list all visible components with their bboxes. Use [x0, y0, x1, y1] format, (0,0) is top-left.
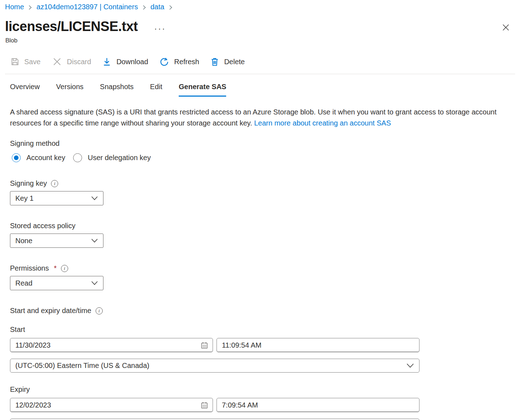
close-icon[interactable]	[501, 23, 510, 32]
tab-generate-sas[interactable]: Generate SAS	[179, 83, 226, 97]
start-datetime-row	[10, 338, 519, 352]
tab-snapshots[interactable]: Snapshots	[100, 83, 134, 97]
discard-label: Discard	[67, 58, 91, 66]
radio-selected-icon	[12, 153, 21, 162]
start-date-input[interactable]	[15, 341, 200, 349]
calendar-icon[interactable]	[200, 341, 208, 349]
tab-edit[interactable]: Edit	[150, 83, 162, 97]
discard-icon	[52, 57, 62, 67]
delete-label: Delete	[224, 58, 245, 66]
expiry-time-input[interactable]	[222, 401, 415, 409]
chevron-right-icon	[142, 5, 146, 10]
start-expiry-label: Start and expiry date/time	[10, 307, 91, 315]
toolbar-divider	[5, 74, 515, 74]
chevron-down-icon	[91, 238, 98, 243]
required-asterisk: *	[54, 264, 57, 272]
start-timezone-select[interactable]: (UTC-05:00) Eastern Time (US & Canada)	[10, 359, 419, 373]
calendar-icon[interactable]	[200, 401, 208, 409]
chevron-down-icon	[406, 363, 414, 368]
refresh-label: Refresh	[174, 58, 199, 66]
signing-method-group: Account key User delegation key	[12, 153, 519, 162]
radio-account-key[interactable]: Account key	[12, 153, 65, 162]
refresh-button[interactable]: Refresh	[159, 57, 199, 67]
permissions-label-row: Permissions* i	[10, 264, 519, 272]
start-label: Start	[10, 326, 519, 334]
stored-access-policy-value: None	[15, 237, 32, 245]
delete-button[interactable]: Delete	[210, 57, 245, 67]
radio-user-delegation-key[interactable]: User delegation key	[73, 153, 151, 162]
sas-description-text: A shared access signature (SAS) is a URI…	[10, 108, 497, 127]
signing-method-label: Signing method	[10, 139, 519, 148]
save-button[interactable]: Save	[11, 57, 41, 66]
info-icon[interactable]: i	[51, 180, 58, 187]
tab-versions[interactable]: Versions	[56, 83, 83, 97]
breadcrumb: Home az104demo123897 | Containers data	[0, 0, 519, 11]
command-bar: Save Discard Download Refresh Delete	[11, 55, 519, 68]
stored-access-policy-select[interactable]: None	[10, 234, 103, 248]
permissions-label: Permissions	[10, 264, 49, 272]
info-icon[interactable]: i	[96, 307, 103, 314]
signing-key-label-row: Signing key i	[10, 179, 519, 188]
trash-icon	[210, 57, 219, 67]
breadcrumb-home[interactable]: Home	[5, 3, 24, 11]
breadcrumb-container[interactable]: az104demo123897 | Containers	[36, 3, 138, 11]
info-icon[interactable]: i	[61, 265, 68, 272]
save-icon	[11, 57, 19, 66]
sas-description: A shared access signature (SAS) is a URI…	[10, 107, 502, 129]
expiry-date-input[interactable]	[15, 401, 200, 409]
download-icon	[102, 57, 111, 67]
start-date-field	[10, 338, 213, 352]
start-expiry-label-row: Start and expiry date/time i	[10, 307, 519, 315]
chevron-down-icon	[91, 281, 98, 286]
start-timezone-value: (UTC-05:00) Eastern Time (US & Canada)	[15, 362, 149, 370]
radio-account-key-label: Account key	[26, 154, 65, 162]
signing-key-label: Signing key	[10, 179, 47, 188]
save-label: Save	[24, 58, 41, 66]
start-time-input[interactable]	[222, 341, 415, 349]
signing-key-value: Key 1	[15, 194, 34, 203]
refresh-icon	[159, 57, 169, 67]
blob-type-label: Blob	[5, 37, 519, 44]
expiry-datetime-row	[10, 398, 519, 412]
expiry-date-field	[10, 398, 213, 412]
breadcrumb-data[interactable]: data	[151, 3, 164, 11]
tab-overview[interactable]: Overview	[10, 83, 40, 97]
tab-bar: Overview Versions Snapshots Edit Generat…	[10, 83, 519, 97]
stored-access-policy-label: Stored access policy	[10, 222, 519, 230]
expiry-timezone-select[interactable]: (UTC-05:00) Eastern Time (US & Canada)	[10, 419, 419, 420]
expiry-time-field	[217, 398, 419, 412]
header: licenses/LICENSE.txt ···	[5, 19, 519, 34]
start-time-field	[217, 338, 419, 352]
more-options-button[interactable]: ···	[154, 27, 166, 30]
expiry-label: Expiry	[10, 385, 519, 394]
chevron-right-icon	[28, 5, 32, 10]
chevron-right-icon	[169, 5, 173, 10]
learn-more-link[interactable]: Learn more about creating an account SAS	[254, 119, 391, 127]
page-title: licenses/LICENSE.txt	[5, 19, 138, 34]
download-label: Download	[116, 58, 148, 66]
signing-key-select[interactable]: Key 1	[10, 191, 103, 205]
radio-user-delegation-key-label: User delegation key	[88, 154, 151, 162]
download-button[interactable]: Download	[102, 57, 148, 67]
permissions-select[interactable]: Read	[10, 276, 103, 290]
chevron-down-icon	[91, 196, 98, 201]
discard-button[interactable]: Discard	[52, 57, 91, 67]
radio-unselected-icon	[73, 153, 82, 162]
permissions-value: Read	[15, 279, 32, 287]
